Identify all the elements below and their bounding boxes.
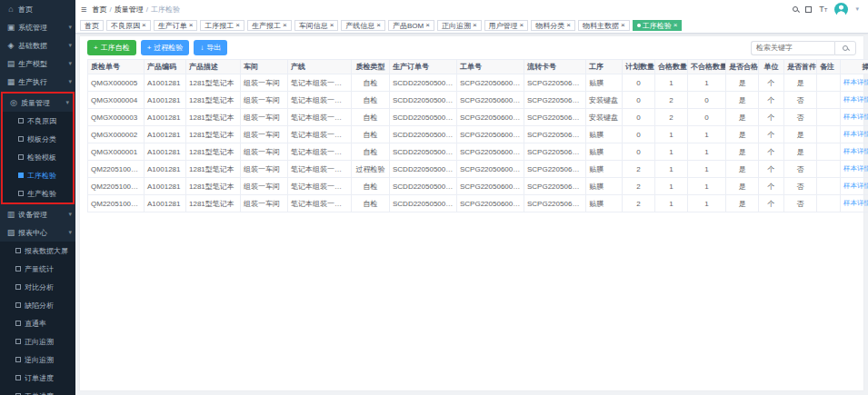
search-input[interactable] bbox=[751, 41, 834, 55]
cell-workshop: 组装一车间 bbox=[241, 126, 288, 143]
tab-forward-trace[interactable]: 正向追溯× bbox=[437, 20, 482, 31]
breadcrumb-item[interactable]: 质量管理 bbox=[115, 5, 144, 15]
sample-detail-link[interactable]: 样本详情 bbox=[843, 147, 868, 155]
cell-ok_qty: 1 bbox=[655, 126, 688, 143]
column-header-remark: 备注 bbox=[817, 60, 841, 74]
system-icon: ▣ bbox=[6, 24, 15, 32]
cell-first_article: 是 bbox=[784, 74, 817, 92]
sidebar-item-compare-analysis[interactable]: 对比分析 bbox=[0, 278, 75, 296]
tab-process-inspection[interactable]: 工序检验× bbox=[633, 20, 683, 31]
export-button[interactable]: ↓导出 bbox=[194, 40, 227, 55]
cell-qualified: 是 bbox=[726, 92, 759, 109]
sidebar-item-backward-trace[interactable]: 逆向追溯 bbox=[0, 351, 75, 369]
cell-product_code: A1001281 bbox=[145, 126, 186, 143]
sidebar-item-label: 不良原因 bbox=[27, 116, 56, 126]
cell-qualified: 是 bbox=[726, 178, 759, 195]
sidebar-item-workorder-progress[interactable]: 工单进度 bbox=[0, 387, 75, 395]
sidebar-item-template-category[interactable]: 模板分类 bbox=[3, 130, 73, 148]
sidebar-item-defect-analysis[interactable]: 缺陷分析 bbox=[0, 296, 75, 314]
cell-work_order_no: SCPG220506000004 bbox=[457, 161, 524, 178]
sidebar-item-label: 生产检验 bbox=[27, 189, 56, 199]
sidebar-item-label: 工序检验 bbox=[27, 171, 56, 181]
sample-detail-link[interactable]: 样本详情 bbox=[843, 164, 868, 173]
cell-actions: 样本详情编辑删除 bbox=[841, 74, 868, 92]
cell-product_code: A1001281 bbox=[145, 178, 186, 195]
tab-defect-reason[interactable]: 不良原因× bbox=[106, 20, 151, 31]
tab-production-report[interactable]: 生产报工× bbox=[247, 20, 292, 31]
column-header-prod_order_no: 生产订单号 bbox=[390, 60, 457, 74]
search-button[interactable] bbox=[834, 41, 856, 55]
sidebar-item-prod-exec[interactable]: ▦生产执行▾ bbox=[0, 73, 75, 91]
cell-inspect_no: QM2205100002 bbox=[88, 161, 145, 178]
sidebar-item-system-mgmt[interactable]: ▣系统管理▾ bbox=[0, 18, 75, 36]
avatar[interactable] bbox=[834, 3, 848, 16]
sidebar-item-output-stats[interactable]: 产量统计 bbox=[0, 260, 75, 278]
tab-product-bom[interactable]: 产品BOM× bbox=[388, 20, 434, 31]
process-self-check-button[interactable]: +工序自检 bbox=[87, 40, 136, 55]
sample-detail-link[interactable]: 样本详情 bbox=[843, 95, 868, 104]
sidebar-item-quality-mgmt[interactable]: ◎质量管理▾ bbox=[3, 94, 73, 112]
chevron-down-icon: ▾ bbox=[65, 99, 69, 106]
tab-production-order[interactable]: 生产订单× bbox=[154, 20, 198, 31]
tab-process-report[interactable]: 工序报工× bbox=[200, 20, 244, 31]
sidebar-item-prod-model[interactable]: ▤生产模型▾ bbox=[0, 54, 75, 73]
sidebar-item-device-mgmt[interactable]: ▥设备管理▾ bbox=[0, 205, 75, 223]
defect-analysis-icon bbox=[15, 302, 21, 308]
search-icon[interactable] bbox=[793, 6, 798, 12]
tab-workshop-info[interactable]: 车间信息× bbox=[294, 20, 339, 31]
sample-detail-link[interactable]: 样本详情 bbox=[843, 113, 868, 121]
tab-material-master[interactable]: 物料主数据× bbox=[578, 20, 630, 31]
cell-work_order_no: SCPG220506000003 bbox=[457, 74, 524, 92]
plus-icon: + bbox=[94, 44, 98, 52]
cell-card_no: SCPG2205060000... bbox=[524, 92, 586, 109]
cell-line: 笔记本组装一号线 bbox=[288, 126, 352, 143]
fullscreen-icon[interactable] bbox=[805, 6, 812, 13]
sidebar-item-process-inspection[interactable]: 工序检验 bbox=[3, 166, 73, 184]
table-row: QMGX000004A10012811281型笔记本组装一车间笔记本组装一号线自… bbox=[88, 92, 868, 109]
cell-card_no: SCPG2205060000... bbox=[524, 178, 586, 195]
tab-label: 产品BOM bbox=[393, 21, 424, 31]
sidebar-item-home[interactable]: ⌂首页 bbox=[0, 0, 75, 18]
sample-detail-link[interactable]: 样本详情 bbox=[843, 130, 868, 138]
menu-group-quality-mgmt: ◎质量管理▾不良原因模板分类检验模板工序检验生产检验 bbox=[3, 94, 73, 202]
font-size-icon[interactable]: TT bbox=[819, 5, 827, 14]
cell-plan_qty: 2 bbox=[623, 178, 655, 195]
sidebar-item-production-inspection[interactable]: 生产检验 bbox=[3, 184, 73, 202]
sidebar-item-order-progress[interactable]: 订单进度 bbox=[0, 369, 75, 387]
cell-process: 贴膜 bbox=[586, 178, 623, 195]
sidebar-item-forward-trace[interactable]: 正向追溯 bbox=[0, 332, 75, 351]
column-header-process: 工序 bbox=[586, 60, 623, 74]
sidebar-item-label: 产量统计 bbox=[25, 264, 54, 274]
tab-line-info[interactable]: 产线信息× bbox=[341, 20, 385, 31]
sample-detail-link[interactable]: 样本详情 bbox=[843, 182, 868, 190]
sidebar-item-report-screen[interactable]: 报表数据大屏 bbox=[0, 242, 75, 260]
tab-home[interactable]: 首页 bbox=[80, 20, 104, 31]
close-icon: × bbox=[673, 22, 678, 29]
cell-unit: 个 bbox=[759, 195, 784, 212]
sample-detail-link[interactable]: 样本详情 bbox=[843, 78, 868, 86]
cell-qualified: 是 bbox=[726, 74, 759, 92]
sample-detail-link[interactable]: 样本详情 bbox=[843, 199, 868, 207]
sidebar-item-first-pass-yield[interactable]: 直通率 bbox=[0, 314, 75, 332]
table-row: QM2205100002A10012811281型笔记本组装一车间笔记本组装一号… bbox=[88, 161, 868, 178]
cell-card_no: SCPG2205060000... bbox=[524, 161, 586, 178]
tab-material-category[interactable]: 物料分类× bbox=[531, 20, 575, 31]
menu-group-report-center: ▨报表中心▾报表数据大屏产量统计对比分析缺陷分析直通率正向追溯逆向追溯订单进度工… bbox=[0, 223, 75, 395]
sidebar-item-defect-reason[interactable]: 不良原因 bbox=[3, 112, 73, 130]
column-header-ok_qty: 合格数量 bbox=[655, 60, 688, 74]
cell-plan_qty: 0 bbox=[623, 109, 655, 126]
process-inspection-button[interactable]: +过程检验 bbox=[141, 40, 190, 55]
tab-user-mgmt[interactable]: 用户管理× bbox=[484, 20, 529, 31]
sidebar-item-report-center[interactable]: ▨报表中心▾ bbox=[0, 223, 75, 242]
cell-line: 笔记本组装一号线 bbox=[288, 178, 352, 195]
cell-workshop: 组装一车间 bbox=[241, 178, 288, 195]
chevron-down-icon[interactable]: ▾ bbox=[855, 5, 859, 13]
sidebar-item-label: 直通率 bbox=[25, 319, 46, 329]
tags-bar: 首页不良原因×生产订单×工序报工×生产报工×车间信息×产线信息×产品BOM×正向… bbox=[75, 18, 868, 34]
sidebar-item-base-data[interactable]: ◈基础数据▾ bbox=[0, 36, 75, 54]
sidebar-toggle-icon[interactable]: ≡ bbox=[81, 5, 86, 15]
cell-ok_qty: 1 bbox=[655, 161, 688, 178]
close-icon: × bbox=[520, 22, 524, 29]
breadcrumb-item[interactable]: 首页 bbox=[92, 5, 106, 15]
sidebar-item-inspection-template[interactable]: 检验模板 bbox=[3, 148, 73, 166]
